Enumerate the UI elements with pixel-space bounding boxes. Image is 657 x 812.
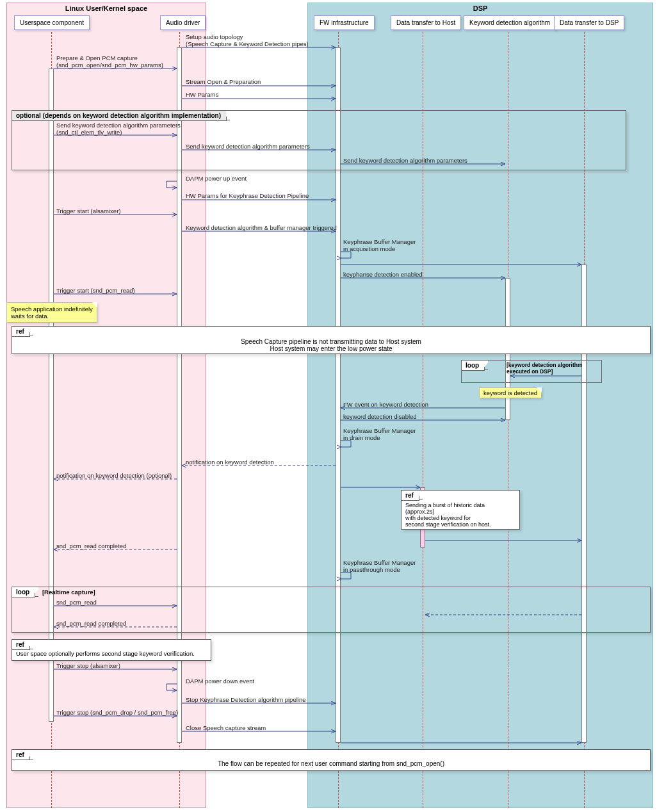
ref-verify-label: ref [12,640,30,650]
ref-idle: ref Speech Capture pipeline is not trans… [12,326,651,354]
msg-send-kwd-drv: Send keyword detection algorithm paramet… [186,143,310,150]
optional-label: optional (depends on keyword detection a… [12,111,227,121]
msg-notif-user: notification on keyword detection (optio… [56,472,172,479]
msg-kbm-acq: Keyphrase Buffer Managerin acquisition m… [343,238,416,252]
msg-send-kwd-user: Send keyword detection algorithm paramet… [56,122,181,136]
participant-driver: Audio driver [160,15,206,30]
msg-kp-enable: keyphanse detection enabled [343,271,423,278]
participant-fw: FW infrastructure [314,15,375,30]
fragment-optional: optional (depends on keyword detection a… [12,110,626,170]
ref-verify: ref User space optionally performs secon… [12,639,211,661]
group-linux-title: Linux User/Kernel space [7,3,206,13]
msg-stop-pipe: Stop Keyphrase Detection algorithm pipel… [186,696,305,703]
msg-hw-params: HW Params [186,91,218,98]
ref-repeat-label: ref [12,750,30,760]
msg-trig-read: Trigger start (snd_pcm_read) [56,287,135,294]
msg-hw-kpd: HW Params for Keyphrase Detection Pipeli… [186,192,309,199]
ref-verify-text: User space optionally performs second st… [12,650,211,657]
ref-idle-label: ref [12,327,30,337]
msg-setup: Setup audio topology(Speech Capture & Ke… [186,33,309,47]
msg-read: snd_pcm_read [56,599,97,606]
msg-kbm-drain: Keyphrase Buffer Managerin drain mode [343,427,416,441]
participant-userspace: Userspace component [14,15,90,30]
realtime-guard: [Realtime capture] [37,589,95,596]
msg-prepare: Prepare & Open PCM capture(snd_pcm_open/… [56,54,163,69]
participant-dtdsp: Data transfer to DSP [554,15,624,30]
ref-burst-text: Sending a burst of historic data (approx… [402,501,519,529]
msg-trig-stop-pcm: Trigger stop (snd_pcm_drop / snd_pcm_fre… [56,709,178,716]
msg-kbm-pass: Keyphrase Buffer Managerin passthrough m… [343,559,416,573]
group-dsp-title: DSP [308,3,653,13]
loop-kwd-guard: [keyword detection algorithmexecuted on … [501,362,583,375]
note-wait: Speech application indefinitelywaits for… [6,302,97,323]
msg-stream-open: Stream Open & Preparation [186,78,261,85]
msg-kwd-trig: Keyword detection algorithm & buffer man… [186,224,337,231]
participant-kwd: Keyword detection algorithm [464,15,556,30]
loop-kwd-label: loop [462,361,485,371]
ref-burst-label: ref [402,491,419,501]
msg-send-kwd-fw: Send keyword detection algorithm paramet… [343,157,467,164]
ref-repeat-text: The flow can be repeated for next user c… [12,760,650,772]
msg-notif-drv: notification on keyword detection [186,459,274,466]
realtime-label: loop [12,587,35,597]
msg-read-done: snd_pcm_read completed [56,542,126,549]
msg-dapm-down: DAPM power down event [186,678,254,685]
ref-idle-text: Speech Capture pipeline is not transmitt… [12,337,650,357]
msg-close-stream: Close Speech capture stream [186,724,266,731]
msg-dapm-up: DAPM power up event [186,175,247,182]
participant-dthost: Data transfer to Host [391,15,461,30]
ref-burst: ref Sending a burst of historic data (ap… [401,490,520,530]
msg-trig-stop-alsa: Trigger stop (alsamixer) [56,662,120,669]
msg-read-done2: snd_pcm_read completed [56,620,126,627]
msg-trig-alsa: Trigger start (alsamixer) [56,207,120,215]
note-detected: keyword is detected [479,387,542,398]
msg-fw-evt: FW event on keyword detection [343,401,428,408]
fragment-loop-kwd: loop [keyword detection algorithmexecute… [461,360,602,383]
msg-kwd-disable: keyword detection disabled [343,413,417,420]
ref-repeat: ref The flow can be repeated for next us… [12,749,651,771]
